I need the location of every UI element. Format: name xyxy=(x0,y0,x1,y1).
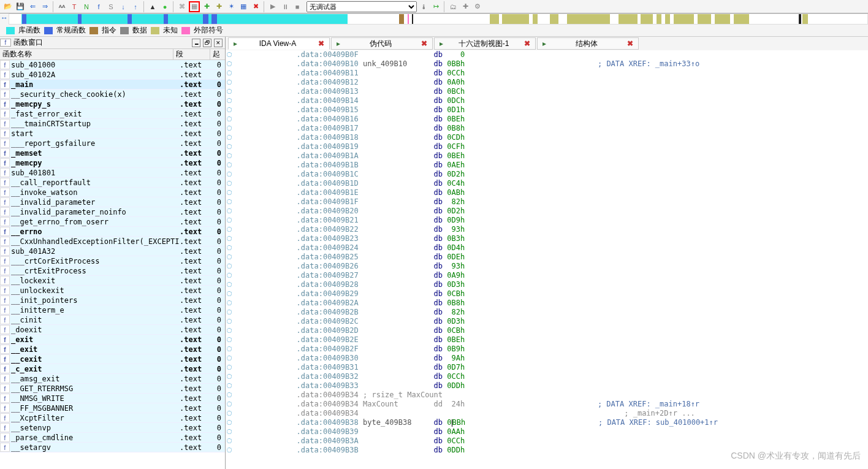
disasm-line[interactable]: .data:00409B16 db 0BEh xyxy=(226,115,868,124)
function-row[interactable]: f_doexit.text0 xyxy=(0,325,225,335)
struct-icon[interactable]: ✚ xyxy=(201,1,212,12)
disasm-line[interactable]: .data:00409B25 db 0DEh xyxy=(226,253,868,262)
disasm-line[interactable]: .data:00409B2D db 0CBh xyxy=(226,326,868,335)
function-row[interactable]: f_c_exit.text0 xyxy=(0,364,225,374)
col-segment[interactable]: 段 xyxy=(173,49,210,59)
disasm-line[interactable]: .data:00409B14 db 0DCh xyxy=(226,96,868,105)
disasm-line[interactable]: .data:00409B2C db 0D3h xyxy=(226,317,868,326)
col-func-name[interactable]: 函数名称 xyxy=(0,49,173,59)
triangle-icon[interactable]: ▲ xyxy=(147,1,158,12)
tab[interactable]: ▸结构体✖ xyxy=(537,37,639,50)
function-row[interactable]: f_memcpy.text0 xyxy=(0,158,225,168)
close-button[interactable]: ✕ xyxy=(214,39,223,47)
function-row[interactable]: f__setenvp.text0 xyxy=(0,423,225,433)
function-row[interactable]: f__security_check_cookie(x).text0 xyxy=(0,90,225,99)
function-row[interactable]: f__lockexit.text0 xyxy=(0,276,225,286)
disasm-line[interactable]: .data:00409B18 db 0CDh xyxy=(226,133,868,142)
module-icon[interactable]: 🗂 xyxy=(447,1,459,12)
function-row[interactable]: fstart.text0 xyxy=(0,129,225,139)
arrow-up-icon[interactable]: ↑ xyxy=(130,1,141,12)
tab-close-icon[interactable]: ✖ xyxy=(524,39,530,48)
tab-close-icon[interactable]: ✖ xyxy=(318,39,324,48)
sphere-icon[interactable]: ● xyxy=(159,1,170,12)
function-row[interactable]: fsub_401000.text0 xyxy=(0,60,225,70)
function-row[interactable]: f__CxxUnhandledExceptionFilter(_EXCEPTI…… xyxy=(0,237,225,246)
disasm-line[interactable]: .data:00409B12 db 0A0h xyxy=(226,78,868,87)
funcs-icon[interactable]: f xyxy=(93,1,104,12)
disasm-line[interactable]: .data:00409B1F db 82h xyxy=(226,197,868,207)
disasm-line[interactable]: .data:00409B1A db 0BEh xyxy=(226,151,868,161)
disasm-line[interactable]: .data:00409B29 db 0CBh xyxy=(226,289,868,299)
disasm-line[interactable]: .data:00409B1B db 0AEh xyxy=(226,161,868,170)
function-row[interactable]: f__call_reportfault.text0 xyxy=(0,178,225,188)
function-row[interactable]: f__NMSG_WRITE.text0 xyxy=(0,394,225,403)
open-icon[interactable]: 📂 xyxy=(2,1,13,12)
function-row[interactable]: fsub_401A32.text0 xyxy=(0,246,225,256)
disasm-line[interactable]: .data:00409B24 db 0D4h xyxy=(226,243,868,253)
data-icon-highlighted[interactable]: ▦ xyxy=(189,1,200,12)
functions-header[interactable]: 函数名称 段 起 xyxy=(0,49,225,60)
function-row[interactable]: f__unlockexit.text0 xyxy=(0,286,225,296)
disasm-line[interactable]: .data:00409B10 unk_409B10 db 0BBh ; DATA… xyxy=(226,59,868,69)
script-icon[interactable]: ✚ xyxy=(460,1,471,12)
function-row[interactable]: f__exit.text0 xyxy=(0,345,225,354)
function-row[interactable]: f__get_errno_from_oserr.text0 xyxy=(0,217,225,227)
enum-icon[interactable]: ✚ xyxy=(213,1,224,12)
function-row[interactable]: f__initterm_e.text0 xyxy=(0,305,225,315)
function-row[interactable]: f__init_pointers.text0 xyxy=(0,296,225,305)
strings-icon[interactable]: S xyxy=(105,1,116,12)
functions-list[interactable]: fsub_401000.text0fsub_40102A.text0f_main… xyxy=(0,60,225,469)
disasm-line[interactable]: .data:00409B27 db 0A9h xyxy=(226,271,868,280)
tab[interactable]: ▸十六进制视图-1✖ xyxy=(434,37,536,50)
disasm-line[interactable]: .data:00409B23 db 0B3h xyxy=(226,234,868,243)
disasm-line[interactable]: .data:00409B1D db 0C4h xyxy=(226,179,868,188)
tab-close-icon[interactable]: ✖ xyxy=(421,39,427,48)
disasm-line[interactable]: .data:00409B15 db 0D1h xyxy=(226,105,868,115)
disasm-line[interactable]: .data:00409B13 db 0BCh xyxy=(226,87,868,96)
function-row[interactable]: f_fast_error_exit.text0 xyxy=(0,109,225,119)
disasm-line[interactable]: .data:00409B3A db 0CCh xyxy=(226,437,868,446)
function-row[interactable]: f_main.text0 xyxy=(0,80,225,90)
disasm-line[interactable]: .data:00409B33 db 0DDh xyxy=(226,381,868,391)
disasm-line[interactable]: .data:00409B20 db 0D2h xyxy=(226,207,868,216)
function-row[interactable]: f_exit.text0 xyxy=(0,335,225,345)
arrow-down-icon[interactable]: ↓ xyxy=(118,1,129,12)
function-row[interactable]: f__FF_MSGBANNER.text0 xyxy=(0,403,225,413)
names-icon[interactable]: N xyxy=(81,1,92,12)
tab[interactable]: ▸伪代码✖ xyxy=(331,37,433,50)
disasm-line[interactable]: .data:00409B34 MaxCount dd 24h ; DATA XR… xyxy=(226,400,868,409)
function-row[interactable]: f__XcptFilter.text0 xyxy=(0,413,225,423)
disasm-line[interactable]: .data:00409B38 byte_409B38 db 0BBh ; DAT… xyxy=(226,418,868,427)
gear-icon[interactable]: ⚙ xyxy=(472,1,483,12)
disasm-line[interactable]: .data:00409B31 db 0D7h xyxy=(226,363,868,372)
disasm-line[interactable]: .data:00409B39 db 0AAh xyxy=(226,427,868,437)
navigation-band[interactable]: ↔ xyxy=(0,13,868,25)
pic-icon[interactable]: ▦ xyxy=(238,1,249,12)
function-row[interactable]: f__setargv.text0 xyxy=(0,443,225,452)
disasm-line[interactable]: .data:00409B26 db 93h xyxy=(226,262,868,271)
function-row[interactable]: f__invoke_watson.text0 xyxy=(0,188,225,197)
function-row[interactable]: f___report_gsfailure.text0 xyxy=(0,139,225,148)
disasm-line[interactable]: .data:00409B34 ; rsize_t MaxCount xyxy=(226,391,868,400)
function-row[interactable]: f_memset.text0 xyxy=(0,148,225,158)
xref-icon[interactable]: ✶ xyxy=(226,1,237,12)
disasm-line[interactable]: .data:00409B1C db 0D2h xyxy=(226,170,868,179)
disasm-line[interactable]: .data:00409B19 db 0CFh xyxy=(226,142,868,151)
function-row[interactable]: f_parse_cmdline.text0 xyxy=(0,433,225,443)
disasm-line[interactable]: .data:00409B2E db 0BEh xyxy=(226,335,868,345)
disasm-line[interactable]: .data:00409B2B db 82h xyxy=(226,308,868,317)
function-row[interactable]: f__cexit.text0 xyxy=(0,354,225,364)
disasm-line[interactable]: .data:00409B2A db 0B8h xyxy=(226,299,868,308)
run-icon[interactable]: ▶ xyxy=(267,1,278,12)
disasm-line[interactable]: .data:00409B3B db 0DDh xyxy=(226,446,868,455)
function-row[interactable]: fsub_40102A.text0 xyxy=(0,70,225,80)
minimize-button[interactable]: 🗕 xyxy=(192,39,200,47)
function-row[interactable]: f__invalid_parameter.text0 xyxy=(0,197,225,207)
disasm-line[interactable]: .data:00409B34 ; _main+2D↑r ... xyxy=(226,409,868,418)
tab-close-icon[interactable]: ✖ xyxy=(627,39,633,48)
tab[interactable]: ▸IDA View-A✖ xyxy=(228,37,330,50)
binary-icon[interactable]: AA xyxy=(56,1,67,12)
disasm-line[interactable]: .data:00409B32 db 0CCh xyxy=(226,372,868,381)
col-start[interactable]: 起 xyxy=(210,49,225,59)
function-row[interactable]: f__amsg_exit.text0 xyxy=(0,374,225,384)
